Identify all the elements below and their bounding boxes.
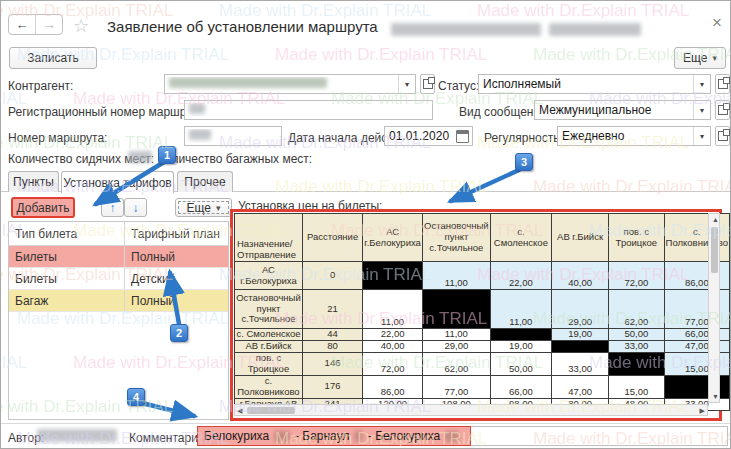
tab-other[interactable]: Прочее (177, 171, 233, 192)
scroll-right-icon[interactable]: ▶ (700, 407, 705, 414)
matrix-distance-cell[interactable]: 176 (302, 375, 362, 398)
save-button[interactable]: Записать (9, 47, 97, 69)
matrix-price-cell[interactable]: 19,00 (490, 341, 551, 353)
forward-icon[interactable]: → (36, 15, 62, 34)
ticket-list-row[interactable]: БилетыДетский (9, 268, 228, 290)
ticket-list-cell[interactable]: Детский (125, 268, 229, 290)
message-type-select[interactable]: Межмуниципальное ▾ (534, 100, 711, 120)
ticket-list-cell[interactable]: Полный (125, 246, 229, 268)
tab-tariffs[interactable]: Установка тарифов (61, 171, 174, 193)
matrix-row-label[interactable]: АС г.Белокуриха (235, 262, 303, 290)
move-down-button[interactable]: ↓ (124, 198, 147, 217)
matrix-column-header[interactable]: АВ г.Бийск (552, 214, 609, 262)
matrix-corner-header: Назначение/ Отправление (235, 214, 303, 262)
matrix-price-cell[interactable]: 29,00 (423, 341, 491, 353)
matrix-price-cell[interactable] (552, 341, 609, 353)
add-button[interactable]: Добавить (11, 197, 75, 218)
matrix-row-label[interactable]: с. Смоленское (235, 329, 303, 341)
close-icon[interactable]: × (712, 13, 722, 33)
matrix-price-cell[interactable]: 62,00 (423, 352, 491, 375)
scroll-left-icon[interactable]: ◀ (237, 407, 242, 414)
regularity-open-button[interactable] (715, 126, 730, 146)
matrix-row-label[interactable]: АВ г.Бийск (235, 341, 303, 353)
route-number-input[interactable] (184, 126, 282, 146)
chevron-down-icon[interactable]: ▾ (693, 127, 710, 145)
back-icon[interactable]: ← (9, 15, 36, 34)
matrix-price-cell[interactable]: 11,00 (423, 329, 491, 341)
matrix-price-cell[interactable]: 77,00 (423, 375, 491, 398)
matrix-vertical-scrollbar[interactable]: ▲ ▼ (708, 213, 720, 403)
matrix-row-label[interactable]: пов. с Троицкое (235, 352, 303, 375)
matrix-price-cell[interactable]: 47,00 (552, 375, 609, 398)
regularity-select[interactable]: Ежедневно ▾ (557, 126, 711, 146)
start-date-input[interactable]: 01.01.2020 (384, 126, 473, 146)
matrix-price-cell[interactable]: 86,00 (363, 375, 423, 398)
chevron-down-icon: ▾ (712, 53, 717, 63)
matrix-price-cell[interactable]: 62,00 (609, 290, 665, 329)
scrollbar-thumb[interactable] (247, 407, 295, 414)
matrix-price-cell[interactable]: 50,00 (609, 329, 665, 341)
more-button-tariffs[interactable]: Еще▾ (175, 198, 232, 217)
ticket-list-row[interactable]: БагажПолный (9, 290, 228, 312)
matrix-price-cell[interactable] (363, 262, 423, 290)
matrix-row-label[interactable]: Остановочный пункт с.Точильное (235, 290, 303, 329)
column-header-ticket-type[interactable]: Тип билета (9, 222, 125, 246)
matrix-price-cell[interactable]: 50,00 (490, 352, 551, 375)
matrix-distance-cell[interactable]: 0 (302, 262, 362, 290)
chevron-down-icon[interactable]: ▾ (398, 75, 415, 93)
chevron-down-icon[interactable]: ▾ (693, 75, 710, 93)
matrix-distance-cell[interactable]: 44 (302, 329, 362, 341)
matrix-price-cell[interactable]: 22,00 (363, 329, 423, 341)
ticket-list-cell[interactable]: Багаж (9, 290, 125, 312)
status-select[interactable]: Исполняемый ▾ (478, 74, 711, 94)
contragent-open-button[interactable] (420, 74, 435, 94)
matrix-price-cell[interactable]: 22,00 (490, 262, 551, 290)
favorite-star-icon[interactable]: ☆ (73, 15, 89, 37)
matrix-price-cell[interactable] (609, 352, 665, 375)
matrix-price-cell[interactable]: 72,00 (363, 352, 423, 375)
matrix-price-cell[interactable]: 33,00 (609, 341, 665, 353)
matrix-price-cell[interactable] (490, 329, 551, 341)
matrix-column-header[interactable]: пов. с Троицкое (609, 214, 665, 262)
comment-highlight[interactable]: Белокуриха - Барнаул - Белокуриха (197, 426, 471, 446)
page-title: Заявление об установлении маршрута (107, 18, 378, 35)
matrix-column-header[interactable]: с. Смоленское (490, 214, 551, 262)
tab-points[interactable]: Пункты (8, 171, 59, 192)
status-open-button[interactable] (715, 74, 730, 94)
matrix-price-cell[interactable]: 29,00 (552, 290, 609, 329)
matrix-distance-cell[interactable]: 21 (302, 290, 362, 329)
column-header-tariff-plan[interactable]: Тарифный план (125, 222, 229, 246)
matrix-price-cell[interactable]: 11,00 (423, 262, 491, 290)
contragent-input[interactable]: ▾ (164, 74, 416, 94)
matrix-row-label[interactable]: с. Полковниково (235, 375, 303, 398)
scroll-up-icon[interactable]: ▲ (712, 216, 719, 223)
ticket-list-row[interactable]: БилетыПолный (9, 246, 228, 268)
message-type-open-button[interactable] (715, 100, 730, 120)
scroll-down-icon[interactable]: ▼ (712, 393, 719, 400)
scrollbar-thumb[interactable] (711, 227, 718, 273)
ticket-list-cell[interactable]: Полный (125, 290, 229, 312)
matrix-price-cell[interactable]: 40,00 (363, 341, 423, 353)
matrix-price-cell[interactable]: 11,00 (363, 290, 423, 329)
ticket-list-cell[interactable]: Билеты (9, 268, 125, 290)
chevron-down-icon[interactable]: ▾ (693, 101, 710, 119)
matrix-distance-cell[interactable]: 146 (302, 352, 362, 375)
matrix-price-cell[interactable]: 66,00 (490, 375, 551, 398)
ticket-list-cell[interactable]: Билеты (9, 246, 125, 268)
matrix-price-cell[interactable]: 33,00 (552, 352, 609, 375)
matrix-horizontal-scrollbar[interactable]: ◀ ▶ (234, 404, 708, 416)
matrix-distance-cell[interactable]: 80 (302, 341, 362, 353)
matrix-price-cell[interactable]: 15,00 (609, 375, 665, 398)
matrix-price-cell[interactable]: 19,00 (552, 329, 609, 341)
status-label: Статус: (438, 79, 479, 93)
matrix-price-cell[interactable]: 72,00 (609, 262, 665, 290)
move-up-button[interactable]: ↑ (101, 198, 124, 217)
matrix-price-cell[interactable]: 40,00 (552, 262, 609, 290)
more-button-top[interactable]: Еще▾ (674, 47, 726, 69)
reg-number-input[interactable] (184, 100, 433, 120)
matrix-column-header[interactable]: АС г.Белокуриха (363, 214, 423, 262)
matrix-price-cell[interactable] (423, 290, 491, 329)
matrix-column-header[interactable]: Остановочный пункт с.Точильное (423, 214, 491, 262)
calendar-icon[interactable] (456, 130, 469, 143)
matrix-price-cell[interactable]: 11,00 (490, 290, 551, 329)
